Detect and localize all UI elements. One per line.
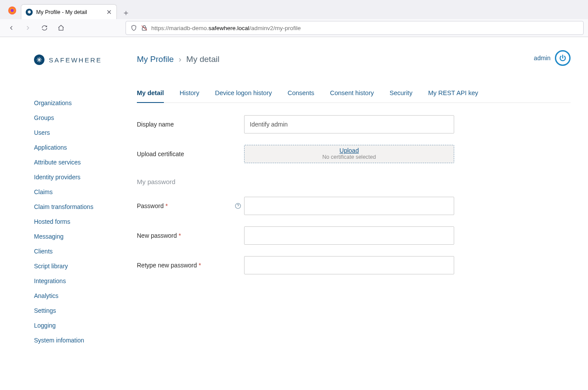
sidebar-item-settings[interactable]: Settings xyxy=(34,303,118,318)
chevron-right-icon: › xyxy=(179,55,181,64)
sidebar-item-users[interactable]: Users xyxy=(34,125,118,140)
tabs: My detail History Device logon history C… xyxy=(137,87,571,103)
main-content: admin My Profile › My detail My detail H… xyxy=(131,37,588,390)
sidebar-item-logging[interactable]: Logging xyxy=(34,318,118,333)
breadcrumb-current: My detail xyxy=(186,55,219,64)
sidebar-item-analytics[interactable]: Analytics xyxy=(34,288,118,303)
browser-toolbar: https://mariadb-demo.safewhere.local/adm… xyxy=(0,19,588,37)
row-upload-certificate: Upload certificate Upload No certificate… xyxy=(137,145,571,163)
tab-my-detail[interactable]: My detail xyxy=(137,87,164,103)
sidebar-item-system-information[interactable]: System infomation xyxy=(34,333,118,348)
input-display-name[interactable] xyxy=(244,115,454,133)
sidebar-item-hosted-forms[interactable]: Hosted forms xyxy=(34,214,118,229)
sidebar-item-groups[interactable]: Groups xyxy=(34,110,118,125)
lock-icon xyxy=(141,24,148,31)
help-icon[interactable] xyxy=(235,202,241,209)
header-user-area: admin xyxy=(534,50,571,66)
upload-link[interactable]: Upload xyxy=(248,147,450,154)
label-upload-certificate: Upload certificate xyxy=(137,151,244,157)
label-display-name: Display name xyxy=(137,121,244,128)
logo[interactable]: SAFEWHERE xyxy=(34,55,118,65)
logo-mark-icon xyxy=(34,55,44,65)
firefox-icon xyxy=(6,4,18,17)
input-password[interactable] xyxy=(244,197,454,215)
sidebar-item-applications[interactable]: Applications xyxy=(34,140,118,155)
row-new-password: New password* xyxy=(137,226,571,245)
tab-favicon-icon: ✱ xyxy=(26,9,33,16)
upload-dropzone[interactable]: Upload No certificate selected xyxy=(244,145,454,163)
browser-chrome: ✱ My Profile - My detail ✕ ＋ https xyxy=(0,0,588,37)
url-text: https://mariadb-demo.safewhere.local/adm… xyxy=(151,25,301,31)
sidebar-item-messaging[interactable]: Messaging xyxy=(34,229,118,244)
label-retype-password: Retype new password* xyxy=(137,262,244,269)
row-password: Password* xyxy=(137,197,571,215)
tab-device-logon-history[interactable]: Device logon history xyxy=(215,87,272,103)
sidebar-item-claims[interactable]: Claims xyxy=(34,185,118,199)
reload-button[interactable] xyxy=(37,21,51,35)
breadcrumb: My Profile › My detail xyxy=(137,55,571,64)
tab-consents[interactable]: Consents xyxy=(288,87,314,103)
row-display-name: Display name xyxy=(137,115,571,133)
tab-bar: ✱ My Profile - My detail ✕ ＋ xyxy=(0,0,588,19)
sidebar-item-organizations[interactable]: Organizations xyxy=(34,96,118,110)
tab-security[interactable]: Security xyxy=(390,87,412,103)
sidebar-item-clients[interactable]: Clients xyxy=(34,244,118,259)
input-retype-password[interactable] xyxy=(244,256,454,274)
label-password: Password* xyxy=(137,202,244,209)
sidebar-item-identity-providers[interactable]: Identity providers xyxy=(34,170,118,185)
power-button[interactable] xyxy=(555,50,571,66)
tab-history[interactable]: History xyxy=(180,87,199,103)
new-tab-button[interactable]: ＋ xyxy=(119,6,133,19)
sidebar-item-integrations[interactable]: Integrations xyxy=(34,274,118,288)
row-retype-password: Retype new password* xyxy=(137,256,571,274)
upload-subtext: No certificate selected xyxy=(248,154,450,160)
tab-rest-api-key[interactable]: My REST API key xyxy=(428,87,478,103)
user-name[interactable]: admin xyxy=(534,55,551,62)
input-new-password[interactable] xyxy=(244,226,454,245)
app-root: SAFEWHERE Organizations Groups Users App… xyxy=(0,37,588,390)
tab-consent-history[interactable]: Consent history xyxy=(330,87,374,103)
sidebar-item-attribute-services[interactable]: Attribute services xyxy=(34,155,118,170)
breadcrumb-root[interactable]: My Profile xyxy=(137,55,173,64)
browser-tab[interactable]: ✱ My Profile - My detail ✕ xyxy=(21,4,117,19)
url-bar[interactable]: https://mariadb-demo.safewhere.local/adm… xyxy=(126,21,584,35)
shield-icon xyxy=(130,24,137,31)
close-tab-icon[interactable]: ✕ xyxy=(106,9,112,15)
label-new-password: New password* xyxy=(137,232,244,239)
logo-text: SAFEWHERE xyxy=(49,56,102,64)
back-button[interactable] xyxy=(4,21,18,35)
sidebar: SAFEWHERE Organizations Groups Users App… xyxy=(0,37,131,390)
forward-button[interactable] xyxy=(21,21,35,35)
tab-title: My Profile - My detail xyxy=(36,9,103,15)
sidebar-item-script-library[interactable]: Script library xyxy=(34,259,118,274)
section-my-password: My password xyxy=(137,178,571,185)
home-button[interactable] xyxy=(54,21,68,35)
sidebar-item-claim-transformations[interactable]: Claim transformations xyxy=(34,199,118,214)
sidebar-nav: Organizations Groups Users Applications … xyxy=(34,96,118,348)
svg-point-2 xyxy=(10,9,14,12)
